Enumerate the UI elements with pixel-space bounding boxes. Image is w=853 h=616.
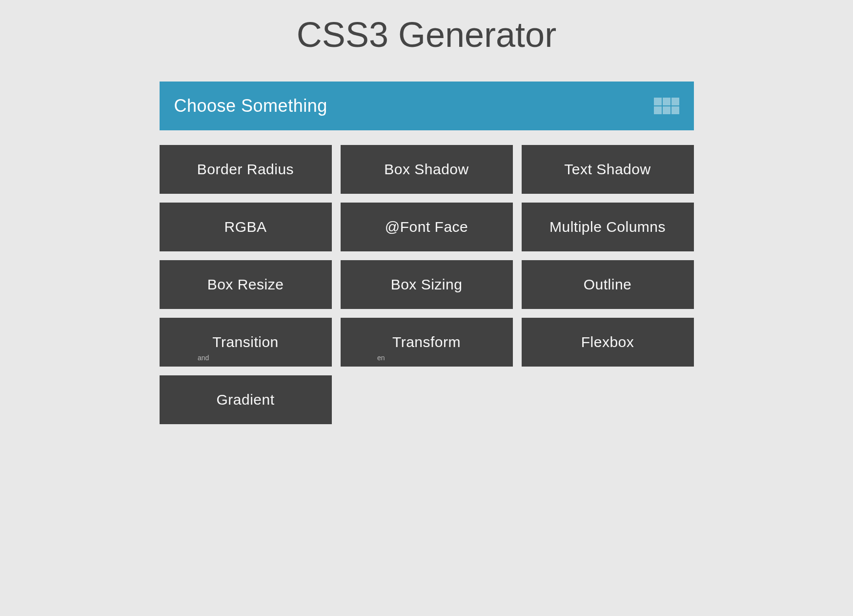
tile-label: Gradient [216,391,274,408]
tile-label: RGBA [224,219,266,235]
tile-box-resize[interactable]: Box Resize [160,260,332,309]
tile-label: Multiple Columns [549,219,666,235]
tile-rgba[interactable]: RGBA [160,203,332,251]
page-title: CSS3 Generator [160,15,694,55]
tile-border-radius[interactable]: Border Radius [160,145,332,194]
tile-label: Transition [212,334,279,350]
tile-label: Transform [392,334,461,350]
tile-label: Text Shadow [564,161,650,178]
tile-label: Outline [584,276,632,293]
tile-outline[interactable]: Outline [522,260,694,309]
tile-label: Box Sizing [391,276,463,293]
tile-label: Box Resize [207,276,284,293]
selector-label: Choose Something [174,96,327,116]
tile-label: Border Radius [197,161,294,178]
tile-label: @Font Face [385,219,468,235]
tile-transform[interactable]: Transform [341,318,513,367]
tiles-grid: Border Radius Box Shadow Text Shadow RGB… [160,145,694,424]
tile-font-face[interactable]: @Font Face [341,203,513,251]
tile-box-shadow[interactable]: Box Shadow [341,145,513,194]
selector-bar[interactable]: Choose Something [160,82,694,130]
tile-label: Box Shadow [384,161,468,178]
main-container: CSS3 Generator Choose Something Border R… [160,0,694,424]
tile-transition[interactable]: Transition [160,318,332,367]
tile-gradient[interactable]: Gradient [160,375,332,424]
tile-flexbox[interactable]: Flexbox [522,318,694,367]
tile-multiple-columns[interactable]: Multiple Columns [522,203,694,251]
grid-icon[interactable] [654,98,679,114]
tile-text-shadow[interactable]: Text Shadow [522,145,694,194]
tile-box-sizing[interactable]: Box Sizing [341,260,513,309]
tile-label: Flexbox [581,334,634,350]
